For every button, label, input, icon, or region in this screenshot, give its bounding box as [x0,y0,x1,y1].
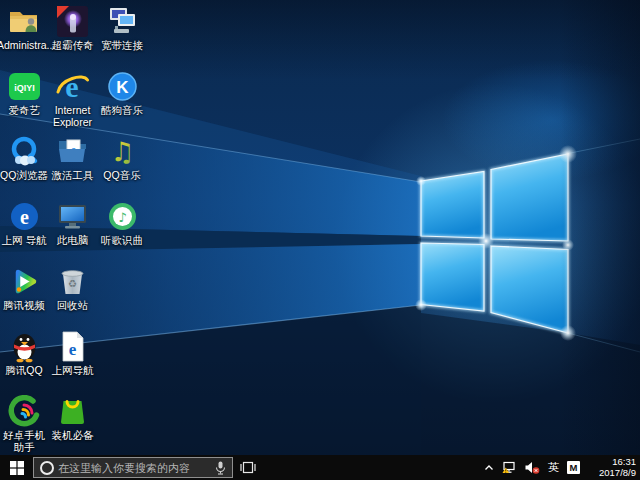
taskbar: 英 M 16:31 2017/8/9 [0,455,640,480]
network-status-button[interactable] [502,461,517,474]
tencent-video-icon [8,265,41,298]
svg-text:♻: ♻ [68,278,77,289]
desktop-icon-this-pc[interactable]: 此电脑 [48,200,97,265]
icon-label: 回收站 [57,299,89,311]
system-tray: 英 M 16:31 2017/8/9 [480,455,640,480]
user-folder-icon [8,5,41,38]
desktop-icon-qq-browser[interactable]: QQ浏览器 [0,135,48,200]
kugou-icon: K [106,70,139,103]
svg-text:♫: ♫ [110,136,134,167]
desktop-icon-song-recognition[interactable]: ♪ 听歌识曲 [97,200,147,265]
icon-label: 酷狗音乐 [101,104,143,116]
icon-label: 好卓手机助手 [0,429,48,453]
desktop-icon-recycle-bin[interactable]: ♻ 回收站 [48,265,97,330]
task-view-button[interactable] [233,455,263,480]
desktop-icon-essential-software[interactable]: 装机必备 [48,395,97,455]
desktop-icon-activation-tools[interactable]: e 激活工具 [48,135,97,200]
task-view-icon [240,461,256,474]
svg-text:K: K [116,78,129,97]
icon-label: 此电脑 [57,234,89,246]
network-computers-icon [106,5,139,38]
microphone-icon[interactable] [215,461,226,475]
svg-text:♪: ♪ [118,210,126,225]
start-button[interactable] [0,455,33,480]
svg-text:iQIYI: iQIYI [14,83,35,93]
desktop-icon-grid: Administra... 超霸传奇 宽带连接 [0,5,147,455]
recycle-bin-icon: ♻ [56,265,89,298]
icon-label: 听歌识曲 [101,234,143,246]
show-hidden-icons-button[interactable] [484,464,494,472]
desktop-icon-web-navigation[interactable]: e 上网 导航 [0,200,48,265]
desktop-icon-qq-music[interactable]: ♫ QQ音乐 [97,135,147,200]
internet-explorer-icon: e [56,70,89,103]
svg-text:e: e [65,70,78,103]
clock-date: 2017/8/9 [589,468,636,479]
svg-text:e: e [20,206,29,228]
song-recognition-icon: ♪ [106,200,139,233]
cortana-circle-icon [40,461,54,475]
qq-penguin-icon [8,330,41,363]
icon-label: 腾讯QQ [5,364,42,376]
desktop-icon-broadband-connection[interactable]: 宽带连接 [97,5,147,70]
desktop-icon-internet-explorer[interactable]: e Internet Explorer [48,70,97,135]
navigation-e-icon: e [8,200,41,233]
icon-label: 装机必备 [52,429,94,441]
chevron-up-icon [484,464,494,472]
navigation-document-icon: e [56,330,89,363]
icon-label: 宽带连接 [101,39,143,51]
desktop-icon-game-legend[interactable]: 超霸传奇 [48,5,97,70]
phone-assistant-icon [8,395,41,428]
ime-language-indicator[interactable]: 英 [548,455,559,480]
icon-label: Internet Explorer [48,104,97,128]
desktop-icon-haozhuo-phone-assistant[interactable]: 好卓手机助手 [0,395,48,455]
svg-text:e: e [69,340,77,359]
desktop-icon-tencent-video[interactable]: 腾讯视频 [0,265,48,330]
icon-label: QQ音乐 [103,169,140,181]
icon-label: 腾讯视频 [3,299,45,311]
this-pc-monitor-icon [56,200,89,233]
volume-muted-icon [525,461,540,474]
taskbar-search-box[interactable] [33,457,233,478]
search-input[interactable] [54,462,215,474]
network-warning-icon [502,461,517,474]
icon-label: Administra... [0,39,51,51]
desktop-icon-tencent-qq[interactable]: 腾讯QQ [0,330,48,395]
icon-label: 上网 导航 [2,234,47,246]
qq-music-note-icon: ♫ [106,135,139,168]
software-bag-icon [56,395,89,428]
taskbar-clock[interactable]: 16:31 2017/8/9 [589,457,636,478]
game-icon [56,5,89,38]
icon-label: 爱奇艺 [8,104,40,116]
qq-browser-icon [8,135,41,168]
desktop-icon-iqiyi[interactable]: iQIYI 爱奇艺 [0,70,48,135]
volume-button[interactable] [525,461,540,474]
activation-tools-folder-icon: e [56,135,89,168]
icon-label: 超霸传奇 [52,39,94,51]
icon-label: 激活工具 [52,169,94,181]
icon-label: 上网导航 [52,364,94,376]
ime-badge[interactable]: M [567,461,580,474]
desktop-icon-administrator-folder[interactable]: Administra... [0,5,48,70]
ime-m-icon: M [567,461,580,474]
windows-logo-icon [10,461,24,475]
iqiyi-icon: iQIYI [8,70,41,103]
desktop[interactable]: Administra... 超霸传奇 宽带连接 [0,0,640,455]
desktop-icon-web-navigation-2[interactable]: e 上网导航 [48,330,97,395]
icon-label: QQ浏览器 [0,169,48,181]
desktop-icon-kugou-music[interactable]: K 酷狗音乐 [97,70,147,135]
clock-time: 16:31 [589,457,636,468]
